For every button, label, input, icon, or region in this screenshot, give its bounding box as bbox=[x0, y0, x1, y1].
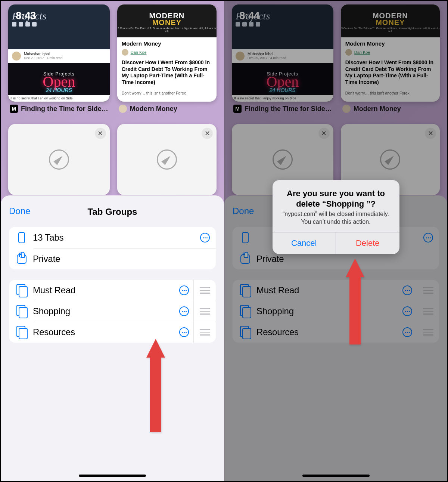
annotation-arrow bbox=[146, 339, 165, 432]
close-icon[interactable]: ✕ bbox=[318, 128, 330, 139]
more-icon[interactable] bbox=[200, 233, 210, 242]
card2-footer: Don't worry… this isn't another Forex bbox=[122, 91, 212, 95]
card1-foot: It is no secret that I enjoy working on … bbox=[8, 95, 110, 102]
tab-groups-sheet: Done Tab Groups 13 Tabs Private Must Rea… bbox=[1, 195, 224, 481]
home-indicator[interactable] bbox=[302, 475, 370, 477]
card2-money: MONEY bbox=[152, 19, 181, 26]
alert-message: “nypost.com” will be closed immediately.… bbox=[280, 210, 392, 226]
drag-handle[interactable] bbox=[193, 301, 216, 322]
drag-handle[interactable] bbox=[417, 322, 439, 343]
delete-alert: Are you sure you want to delete “Shoppin… bbox=[273, 180, 399, 254]
card1-hours: 24 HOURS bbox=[46, 87, 72, 93]
tabs-grid: Projects Mubashar Iqbal Dec 29, 2017 · 4… bbox=[224, 1, 447, 199]
phone-right: 8:44 Projects Mubashar Iqbal Dec 29, 201… bbox=[224, 1, 447, 481]
more-icon[interactable] bbox=[179, 306, 189, 316]
row-private[interactable]: Private bbox=[9, 248, 216, 269]
favicon-avatar-icon bbox=[119, 105, 127, 113]
hand-icon bbox=[240, 254, 250, 264]
home-indicator[interactable] bbox=[79, 475, 146, 477]
close-icon[interactable]: ✕ bbox=[95, 128, 106, 139]
card1-author: Mubashar Iqbal bbox=[24, 52, 63, 56]
close-icon[interactable]: ✕ bbox=[202, 128, 213, 139]
card2-headline: Discover How I Went From $8000 in Credit… bbox=[122, 59, 212, 86]
phone-icon bbox=[18, 232, 25, 243]
card2-author: Dan Koe bbox=[131, 50, 147, 55]
row-label: Must Read bbox=[33, 285, 179, 296]
row-must-read[interactable]: Must Read bbox=[233, 280, 439, 301]
row-label: Resources bbox=[33, 327, 179, 337]
phone-icon bbox=[242, 232, 249, 243]
more-icon[interactable] bbox=[402, 306, 412, 316]
group-section-2: Must Read Shopping Resources bbox=[233, 280, 439, 343]
stack-icon bbox=[241, 285, 249, 296]
compass-icon bbox=[49, 149, 69, 170]
cancel-button[interactable]: Cancel bbox=[273, 232, 336, 254]
phone-left: 8:43 Projects Mubashar Iqbal Dec 29, 201… bbox=[1, 1, 224, 481]
row-resources[interactable]: Resources bbox=[233, 322, 439, 343]
tab-label-1: Finding the Time for Side… bbox=[21, 105, 108, 113]
group-section-2: Must Read Shopping Resources bbox=[9, 280, 216, 343]
row-resources[interactable]: Resources bbox=[9, 322, 216, 343]
row-13-tabs[interactable]: 13 Tabs bbox=[9, 227, 216, 248]
row-label: Shopping bbox=[33, 306, 179, 316]
stack-icon bbox=[18, 327, 26, 337]
sheet-title: Tab Groups bbox=[1, 207, 224, 217]
favicon-avatar-icon bbox=[342, 105, 351, 113]
favicon-medium-icon: M bbox=[10, 105, 18, 113]
card1-meta: Dec 29, 2017 · 4 min read bbox=[24, 56, 63, 60]
favicon-medium-icon: M bbox=[233, 105, 242, 113]
row-shopping[interactable]: Shopping bbox=[9, 301, 216, 322]
stack-icon bbox=[18, 285, 26, 296]
tabs-grid: Projects Mubashar Iqbal Dec 29, 2017 · 4… bbox=[1, 1, 224, 199]
stack-icon bbox=[18, 306, 26, 316]
tab-card-empty-1[interactable]: ✕ bbox=[8, 124, 110, 195]
tab-card-2[interactable]: MODERN MONEY 3 Courses For The Price of … bbox=[117, 4, 217, 113]
done-button[interactable]: Done bbox=[233, 206, 254, 216]
compass-icon bbox=[157, 149, 177, 170]
row-label: Private bbox=[33, 254, 210, 264]
more-icon[interactable] bbox=[179, 285, 189, 295]
card2-title: Modern Money bbox=[122, 40, 212, 47]
alert-title: Are you sure you want to delete “Shoppin… bbox=[280, 188, 392, 209]
drag-handle[interactable] bbox=[417, 301, 439, 322]
tab-label-2: Modern Money bbox=[130, 105, 177, 113]
tab-card-empty-2[interactable]: ✕ bbox=[117, 124, 217, 195]
annotation-arrow bbox=[346, 259, 364, 344]
more-icon[interactable] bbox=[423, 233, 433, 242]
row-must-read[interactable]: Must Read bbox=[9, 280, 216, 301]
drag-handle[interactable] bbox=[193, 280, 216, 301]
compass-icon bbox=[273, 149, 293, 170]
status-time: 8:44 bbox=[239, 10, 259, 22]
more-icon[interactable] bbox=[179, 327, 189, 337]
done-button[interactable]: Done bbox=[9, 206, 30, 216]
stack-icon bbox=[241, 327, 249, 337]
compass-icon bbox=[380, 149, 400, 170]
more-icon[interactable] bbox=[402, 285, 412, 295]
stack-icon bbox=[241, 306, 249, 316]
more-icon[interactable] bbox=[402, 327, 412, 337]
card2-sub: 3 Courses For The Price of 1. Grow an au… bbox=[117, 27, 217, 33]
delete-button[interactable]: Delete bbox=[336, 232, 399, 254]
drag-handle[interactable] bbox=[193, 322, 216, 343]
drag-handle[interactable] bbox=[417, 280, 439, 301]
group-section-1: 13 Tabs Private bbox=[9, 227, 216, 269]
hand-icon bbox=[17, 254, 27, 264]
status-time: 8:43 bbox=[16, 10, 36, 22]
close-icon[interactable]: ✕ bbox=[425, 128, 436, 139]
tab-card-2[interactable]: MODERN MONEY 3 Courses For The Price of … bbox=[341, 4, 440, 113]
row-shopping[interactable]: Shopping bbox=[233, 301, 439, 322]
card1-open: Open bbox=[43, 77, 75, 87]
row-label: 13 Tabs bbox=[33, 232, 200, 243]
